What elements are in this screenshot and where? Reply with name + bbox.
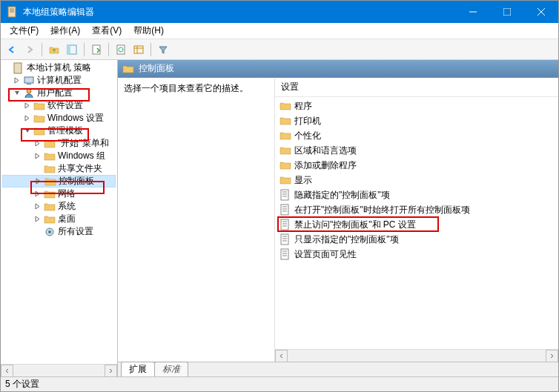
setting-folder-display[interactable]: 显示 <box>275 173 558 187</box>
svg-rect-38 <box>281 249 288 259</box>
svg-rect-9 <box>67 45 70 54</box>
setting-policy-hide[interactable]: 隐藏指定的"控制面板"项 <box>275 187 558 202</box>
content-title: 控制面板 <box>139 62 174 75</box>
expand-icon[interactable] <box>33 214 43 224</box>
tree-windows-settings[interactable]: Windows 设置 <box>2 112 116 124</box>
tree-admin-templates[interactable]: 管理模板 <box>2 124 116 137</box>
forward-button[interactable] <box>22 41 38 58</box>
collapse-icon[interactable] <box>13 88 22 98</box>
setting-policy-show-only[interactable]: 只显示指定的"控制面板"项 <box>275 232 558 247</box>
tree-label: 所有设置 <box>58 225 93 238</box>
titlebar[interactable]: 本地组策略编辑器 <box>1 1 558 23</box>
filter-button[interactable] <box>155 41 171 58</box>
content-header: 控制面板 <box>118 60 558 78</box>
tree-label: Windows 设置 <box>47 112 104 124</box>
tree-label: 控制面板 <box>59 175 94 187</box>
tree-label: 软件设置 <box>47 99 83 112</box>
scroll-left-icon[interactable] <box>1 365 13 377</box>
collapse-icon[interactable] <box>23 126 33 136</box>
expand-icon[interactable] <box>33 189 43 199</box>
tree-windows-comp[interactable]: Windows 组 <box>2 150 116 162</box>
maximize-button[interactable] <box>490 1 524 23</box>
back-button[interactable] <box>4 41 20 58</box>
expand-icon[interactable] <box>34 176 44 186</box>
tree-control-panel[interactable]: 控制面板 <box>2 175 116 187</box>
scroll-right-icon[interactable] <box>105 365 117 377</box>
computer-icon <box>23 75 35 87</box>
expand-icon[interactable] <box>23 101 33 110</box>
tree-label: 共享文件夹 <box>58 162 102 175</box>
expand-icon[interactable] <box>33 139 43 148</box>
svg-rect-5 <box>503 8 511 16</box>
content-pane: 控制面板 选择一个项目来查看它的描述。 设置 程序 打印机 个性化 区域和语言选… <box>118 60 558 376</box>
tree-user-config[interactable]: 用户配置 <box>2 87 116 99</box>
setting-folder-programs[interactable]: 程序 <box>275 99 558 113</box>
tree-label: 用户配置 <box>37 87 73 99</box>
scroll-left-icon[interactable] <box>275 350 288 362</box>
setting-policy-always-open[interactable]: 在打开"控制面板"时始终打开所有控制面板项 <box>275 202 558 217</box>
user-icon <box>23 87 35 99</box>
tree-label: 管理模板 <box>47 124 83 137</box>
tab-standard[interactable]: 标准 <box>154 362 188 376</box>
expand-icon[interactable] <box>33 151 43 161</box>
expand-icon[interactable] <box>13 76 22 85</box>
tree-computer-config[interactable]: 计算机配置 <box>2 74 116 87</box>
folder-icon <box>44 188 56 200</box>
menu-action[interactable]: 操作(A) <box>44 23 86 39</box>
folder-icon <box>44 201 56 213</box>
tree-label: "开始"菜单和 <box>58 137 109 150</box>
refresh-button[interactable] <box>113 41 129 58</box>
tree-network[interactable]: 网络 <box>2 187 116 200</box>
setting-folder-personalization[interactable]: 个性化 <box>275 128 558 143</box>
tree-desktop[interactable]: 桌面 <box>2 213 116 225</box>
tree-pane[interactable]: 本地计算机 策略 计算机配置 用户配置 软件设置 Windows 设置 <box>1 60 118 376</box>
menu-file[interactable]: 文件(F) <box>4 23 44 39</box>
menu-help[interactable]: 帮助(H) <box>128 23 170 39</box>
app-icon <box>7 6 19 18</box>
description-column: 选择一个项目来查看它的描述。 <box>118 78 275 362</box>
content-hscroll[interactable] <box>275 349 558 362</box>
svg-rect-30 <box>281 219 288 230</box>
policy-icon <box>280 233 291 245</box>
folder-icon <box>280 144 291 156</box>
tree-root[interactable]: 本地计算机 策略 <box>2 62 116 74</box>
minimize-button[interactable] <box>456 1 490 23</box>
tree-label: 本地计算机 策略 <box>27 62 91 74</box>
policy-icon <box>280 248 291 260</box>
tree-start-menu[interactable]: "开始"菜单和 <box>2 137 116 150</box>
scroll-right-icon[interactable] <box>546 350 558 362</box>
tree-shared-folders[interactable]: 共享文件夹 <box>2 162 116 175</box>
folder-icon <box>33 125 45 137</box>
expand-icon[interactable] <box>23 113 33 123</box>
toolbar <box>1 39 558 60</box>
setting-policy-prohibit[interactable]: 禁止访问"控制面板"和 PC 设置 <box>275 217 558 232</box>
properties-button[interactable] <box>88 41 105 58</box>
expand-icon[interactable] <box>33 202 43 211</box>
settings-header[interactable]: 设置 <box>275 78 558 97</box>
show-hide-tree-button[interactable] <box>64 41 80 58</box>
tree-all-settings[interactable]: 所有设置 <box>2 225 116 238</box>
policy-icon <box>280 219 291 230</box>
setting-folder-region[interactable]: 区域和语言选项 <box>275 143 558 158</box>
setting-policy-visibility[interactable]: 设置页面可见性 <box>275 247 558 262</box>
menu-view[interactable]: 查看(V) <box>86 23 128 39</box>
tabs: 扩展 标准 <box>118 362 558 376</box>
folder-icon <box>122 63 134 75</box>
description-text: 选择一个项目来查看它的描述。 <box>124 83 248 93</box>
svg-rect-16 <box>14 63 22 73</box>
setting-folder-addremove[interactable]: 添加或删除程序 <box>275 158 558 173</box>
folder-icon <box>44 176 56 187</box>
tree-system[interactable]: 系统 <box>2 200 116 213</box>
tree-label: 系统 <box>58 200 76 213</box>
tab-extended[interactable]: 扩展 <box>121 362 155 376</box>
tree-label: Windows 组 <box>58 150 105 162</box>
export-button[interactable] <box>130 41 147 58</box>
tree-label: 网络 <box>58 187 76 200</box>
tree-software[interactable]: 软件设置 <box>2 99 116 112</box>
up-button[interactable] <box>46 41 62 58</box>
setting-folder-printers[interactable]: 打印机 <box>275 113 558 128</box>
svg-rect-22 <box>281 190 288 200</box>
close-button[interactable] <box>524 1 558 23</box>
tree-hscroll[interactable] <box>1 364 117 376</box>
folder-icon <box>280 159 291 171</box>
